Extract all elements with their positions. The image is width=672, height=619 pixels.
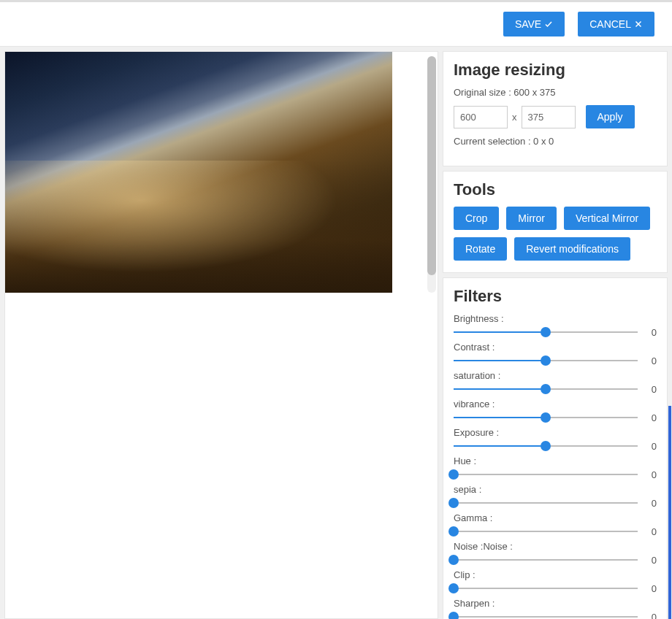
filter-slider[interactable]: [454, 496, 638, 510]
slider-value: 0: [645, 612, 657, 620]
close-icon: [634, 20, 643, 28]
slider-thumb[interactable]: [541, 355, 551, 366]
image-preview[interactable]: [5, 52, 392, 293]
filters-list: Brightness :0Contrast :0saturation :0vib…: [454, 313, 657, 619]
save-button-label: SAVE: [515, 18, 541, 30]
filter-item: Sharpen :0: [454, 598, 657, 619]
filter-label: Sharpen :: [454, 598, 657, 609]
tools-title: Tools: [454, 180, 657, 199]
mirror-button[interactable]: Mirror: [506, 207, 557, 230]
filter-item: sepia :0: [454, 484, 657, 510]
resize-panel: Image resizing Original size : 600 x 375…: [443, 51, 668, 166]
slider-row: 0: [454, 439, 657, 453]
size-separator: x: [512, 112, 517, 123]
slider-row: 0: [454, 610, 657, 619]
filters-title: Filters: [454, 287, 657, 306]
filter-slider[interactable]: [454, 582, 638, 595]
vertical-mirror-button[interactable]: Vertical Mirror: [564, 207, 650, 230]
slider-fill: [454, 360, 546, 361]
slider-value: 0: [645, 469, 657, 480]
slider-value: 0: [645, 498, 657, 509]
slider-value: 0: [645, 583, 657, 594]
slider-row: 0: [454, 525, 657, 538]
filter-slider[interactable]: [454, 525, 638, 538]
filter-slider[interactable]: [454, 411, 638, 424]
filter-slider[interactable]: [454, 439, 638, 453]
slider-row: 0: [454, 354, 657, 367]
slider-row: 0: [454, 411, 657, 424]
slider-thumb[interactable]: [541, 384, 551, 394]
filter-slider[interactable]: [454, 553, 638, 566]
check-icon: [544, 20, 553, 28]
filter-label: Gamma :: [454, 512, 657, 523]
slider-value: 0: [645, 555, 657, 566]
slider-row: 0: [454, 326, 657, 339]
top-toolbar: SAVE CANCEL: [0, 0, 672, 47]
filter-label: Hue :: [454, 455, 657, 466]
filter-slider[interactable]: [454, 382, 638, 396]
cancel-button-label: CANCEL: [589, 18, 631, 30]
slider-value: 0: [645, 384, 657, 395]
width-input[interactable]: [454, 106, 508, 128]
resize-title: Image resizing: [454, 61, 657, 80]
main-area: Image resizing Original size : 600 x 375…: [0, 47, 672, 619]
side-panels: Image resizing Original size : 600 x 375…: [443, 51, 672, 619]
slider-row: 0: [454, 382, 657, 396]
filter-item: Hue :0: [454, 455, 657, 481]
filter-label: Brightness :: [454, 313, 657, 324]
filter-item: Gamma :0: [454, 512, 657, 538]
filter-item: Brightness :0: [454, 313, 657, 339]
filter-label: saturation :: [454, 370, 657, 381]
filter-label: vibrance :: [454, 399, 657, 410]
filter-label: Contrast :: [454, 342, 657, 353]
filter-item: vibrance :0: [454, 399, 657, 424]
height-input[interactable]: [522, 106, 576, 128]
slider-thumb[interactable]: [448, 555, 459, 565]
filter-slider[interactable]: [454, 326, 638, 339]
slider-fill: [454, 388, 546, 390]
revert-button[interactable]: Revert modifications: [514, 237, 630, 261]
filter-item: Contrast :0: [454, 342, 657, 367]
save-button[interactable]: SAVE: [503, 12, 565, 36]
right-scroll-indicator[interactable]: [668, 406, 671, 619]
slider-row: 0: [454, 582, 657, 595]
filter-slider[interactable]: [454, 354, 638, 367]
filter-label: sepia :: [454, 484, 657, 495]
size-inputs-row: x Apply: [454, 105, 657, 128]
slider-track: [454, 531, 638, 532]
tools-button-row: Crop Mirror Vertical Mirror Rotate Rever…: [454, 207, 657, 261]
cancel-button[interactable]: CANCEL: [578, 12, 654, 36]
filter-slider[interactable]: [454, 468, 638, 481]
slider-value: 0: [645, 355, 657, 366]
slider-thumb[interactable]: [448, 498, 459, 508]
slider-value: 0: [645, 327, 657, 338]
image-canvas-panel: [4, 51, 438, 619]
filter-slider[interactable]: [454, 610, 638, 619]
slider-track: [454, 616, 638, 618]
filter-item: Exposure :0: [454, 427, 657, 453]
slider-value: 0: [645, 526, 657, 537]
slider-thumb[interactable]: [448, 526, 459, 537]
slider-thumb[interactable]: [448, 583, 459, 593]
slider-thumb[interactable]: [448, 469, 459, 480]
slider-thumb[interactable]: [448, 612, 459, 619]
slider-fill: [454, 417, 546, 418]
filter-label: Clip :: [454, 569, 657, 580]
slider-row: 0: [454, 553, 657, 566]
slider-track: [454, 559, 638, 561]
apply-resize-button[interactable]: Apply: [586, 105, 635, 128]
current-selection-label: Current selection : 0 x 0: [454, 136, 657, 147]
rotate-button[interactable]: Rotate: [454, 237, 507, 261]
filter-label: Noise :Noise :: [454, 541, 657, 552]
slider-row: 0: [454, 468, 657, 481]
slider-value: 0: [645, 441, 657, 452]
slider-thumb[interactable]: [541, 441, 551, 451]
slider-track: [454, 588, 638, 589]
original-size-label: Original size : 600 x 375: [454, 87, 657, 98]
filter-item: Noise :Noise :0: [454, 541, 657, 566]
slider-thumb[interactable]: [541, 327, 551, 337]
slider-thumb[interactable]: [541, 412, 551, 423]
canvas-scrollbar-thumb[interactable]: [427, 56, 436, 275]
filters-panel: Filters Brightness :0Contrast :0saturati…: [443, 277, 668, 619]
crop-button[interactable]: Crop: [454, 207, 499, 230]
